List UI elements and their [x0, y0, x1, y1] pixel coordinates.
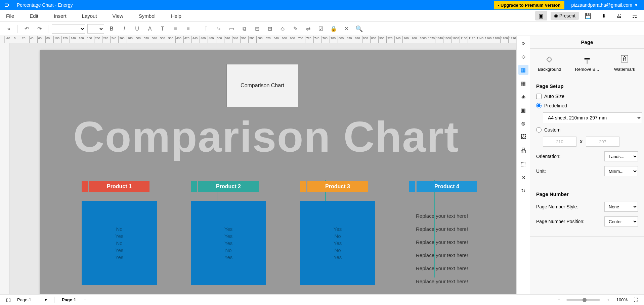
canvas-viewport[interactable]: Comparison Chart Comparison Chart Produc… [9, 43, 516, 294]
product-values-box[interactable]: YesYesYesNoYes [191, 201, 266, 285]
custom-radio[interactable] [536, 127, 542, 133]
product-values-box[interactable]: YesNoYesNoYes [300, 201, 375, 285]
placeholder-text[interactable]: Replace your text here! [416, 265, 468, 271]
present-button[interactable]: ◉Present [551, 12, 579, 20]
page-dropdown[interactable]: Page-1▾ [13, 296, 51, 304]
predefined-label: Predefined [544, 103, 567, 108]
auto-size-checkbox-row[interactable]: Auto Size [536, 94, 638, 99]
panel-toggle-button[interactable]: ▣ [535, 11, 547, 20]
orientation-select[interactable]: Lands... [604, 151, 638, 161]
product-label[interactable]: Product 1 [89, 181, 149, 192]
page-tab[interactable]: Page-1 [58, 296, 80, 304]
menu-insert[interactable]: Insert [51, 11, 69, 20]
placeholder-text[interactable]: Replace your text here! [416, 226, 468, 232]
unit-select[interactable]: Millim... [604, 166, 638, 176]
product-column[interactable]: Product 3YesNoYesNoYes [300, 181, 375, 285]
menu-file[interactable]: File [3, 11, 17, 20]
lock-button[interactable]: 🔒 [328, 23, 339, 34]
align-objects-button[interactable]: ⊟ [252, 23, 262, 34]
strikethrough-button[interactable]: T [157, 23, 168, 34]
user-account-menu[interactable]: pizzaandparatha@gmail.com ▾ [564, 2, 644, 8]
side-tab-tree[interactable]: 品 [518, 145, 528, 155]
fullscreen-button[interactable]: ⛶ [631, 296, 641, 304]
zoom-out-button[interactable]: − [555, 296, 563, 304]
share-button[interactable]: ⚎ [629, 11, 641, 20]
auto-size-checkbox[interactable] [536, 94, 542, 99]
title-shape[interactable]: Comparison Chart [226, 64, 298, 107]
checkbox-tool-button[interactable]: ☑ [315, 23, 326, 34]
side-tab-slideshow[interactable]: ▣ [518, 105, 528, 115]
shape-button[interactable]: ▭ [226, 23, 237, 34]
predefined-radio[interactable] [536, 103, 542, 108]
bold-button[interactable]: B [106, 23, 117, 34]
zoom-level[interactable]: 100% [616, 297, 628, 302]
watermark-action[interactable]: 🄰Watermark [606, 55, 643, 72]
fill-button[interactable]: ◇ [277, 23, 288, 34]
background-action[interactable]: ◇Background [531, 55, 568, 72]
side-tab-page[interactable]: ▦ [518, 65, 528, 75]
product-label[interactable]: Product 2 [198, 181, 259, 192]
product-column[interactable]: Product 2YesYesYesNoYes [191, 181, 266, 285]
remove-bg-action[interactable]: ╤Remove B... [569, 55, 605, 72]
sheet-size-select[interactable]: A4 sheet, 210mm x 297 mm [543, 112, 642, 123]
side-tab-image[interactable]: 🖼 [518, 132, 528, 142]
side-tab-fill[interactable]: ◇ [518, 51, 528, 61]
font-size-select[interactable] [87, 24, 104, 34]
zoom-in-button[interactable]: ＋ [603, 296, 613, 304]
search-button[interactable]: 🔍 [354, 23, 364, 34]
canvas-page[interactable]: Comparison Chart Comparison Chart Produc… [40, 50, 516, 294]
distribute-button[interactable]: ⊞ [264, 23, 275, 34]
custom-radio-row[interactable]: Custom [536, 127, 638, 133]
connector-button[interactable]: ⤷ [213, 23, 224, 34]
menu-view[interactable]: View [110, 11, 126, 20]
product-column[interactable]: Product 4 [409, 181, 477, 192]
side-tab-crop[interactable]: ⬚ [518, 159, 528, 169]
placeholder-text[interactable]: Replace your text here! [416, 213, 468, 219]
product-label[interactable]: Product 4 [417, 181, 477, 192]
pn-pos-select[interactable]: Center [604, 216, 638, 226]
collapse-panel-button[interactable]: » [518, 38, 528, 48]
print-button[interactable]: 🖨 [613, 11, 625, 20]
menu-edit[interactable]: Edit [27, 11, 41, 20]
product-values-box[interactable]: NoYesNoYesYes [82, 201, 157, 285]
zoom-slider[interactable] [566, 299, 600, 301]
zoom-thumb[interactable] [583, 298, 587, 302]
side-tab-history[interactable]: ↻ [518, 186, 528, 196]
product-column[interactable]: Product 1NoYesNoYesYes [82, 181, 157, 285]
placeholder-text[interactable]: Replace your text here! [416, 278, 468, 284]
font-family-select[interactable] [52, 24, 85, 34]
italic-button[interactable]: I [119, 23, 130, 34]
height-input[interactable] [586, 137, 619, 147]
download-button[interactable]: ⬇ [598, 11, 610, 20]
outline-toggle-button[interactable]: ▯▯ [3, 296, 13, 304]
line-style-button[interactable]: ⇄ [303, 23, 313, 34]
predefined-radio-row[interactable]: Predefined [536, 103, 638, 108]
container-button[interactable]: ⧉ [239, 23, 250, 34]
upgrade-button[interactable]: • Upgrade to Premium Version [494, 1, 565, 9]
width-input[interactable] [543, 137, 576, 147]
side-tab-data[interactable]: ⊜ [518, 118, 528, 129]
side-tab-layers[interactable]: ◈ [518, 92, 528, 102]
undo-button[interactable]: ↶ [21, 23, 32, 34]
menu-symbol[interactable]: Symbol [136, 11, 158, 20]
font-color-button[interactable]: A [144, 23, 155, 34]
save-button[interactable]: 💾 [582, 11, 594, 20]
add-page-button[interactable]: ＋ [80, 296, 90, 304]
expand-symbols-button[interactable]: » [3, 23, 14, 34]
app-logo-icon[interactable]: ⊃ [0, 0, 13, 10]
line-color-button[interactable]: ✎ [290, 23, 301, 34]
placeholder-text[interactable]: Replace your text here! [416, 239, 468, 245]
tools-button[interactable]: ✕ [341, 23, 352, 34]
menu-help[interactable]: Help [168, 11, 184, 20]
menu-layout[interactable]: Layout [79, 11, 100, 20]
text-tool-button[interactable]: ⊺ [201, 23, 211, 34]
align-v-button[interactable]: ≡ [183, 23, 194, 34]
redo-button[interactable]: ↷ [34, 23, 45, 34]
align-h-button[interactable]: ≡ [170, 23, 181, 34]
pn-style-select[interactable]: None [604, 202, 638, 212]
placeholder-text[interactable]: Replace your text here! [416, 252, 468, 258]
product-label[interactable]: Product 3 [307, 181, 368, 192]
underline-button[interactable]: U [132, 23, 142, 34]
side-tab-shuffle[interactable]: ⤨ [518, 172, 528, 182]
side-tab-grid[interactable]: ▦ [518, 78, 528, 88]
